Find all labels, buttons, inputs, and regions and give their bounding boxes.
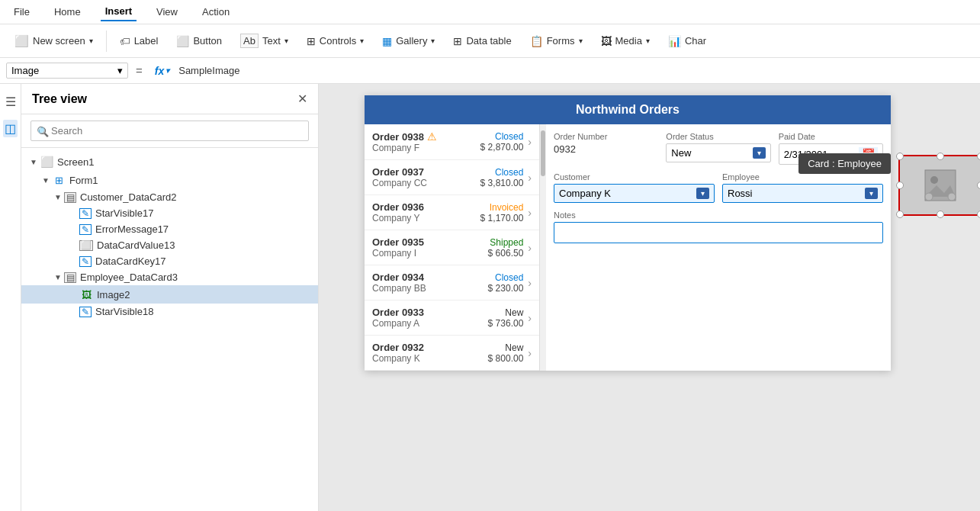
tree-search-area: 🔍: [21, 114, 318, 148]
employee-field: Employee Rossi ▾: [722, 172, 883, 203]
menu-insert[interactable]: Insert: [101, 2, 137, 21]
resize-handle-ml[interactable]: [896, 182, 904, 189]
new-screen-chevron-icon: ▾: [89, 37, 93, 45]
datacardkey17-label: DataCardKey17: [95, 256, 166, 267]
formula-input[interactable]: [178, 65, 974, 76]
scroll-thumb[interactable]: [541, 130, 545, 176]
order-amount-0936: $ 1,170.00: [480, 213, 524, 223]
forms-button[interactable]: 📋 Forms ▾: [522, 31, 591, 52]
resize-handle-mr[interactable]: [977, 182, 980, 189]
media-chevron-icon: ▾: [646, 37, 650, 45]
order-arrow-0938: ›: [528, 136, 532, 148]
chart-icon: 📊: [668, 35, 681, 47]
hamburger-icon[interactable]: ☰: [2, 92, 19, 112]
form1-icon: ⊞: [52, 173, 66, 187]
order-item-0938[interactable]: Order 0938 ⚠ Company F Closed $ 2,870.00…: [365, 124, 539, 160]
customer-dropdown[interactable]: Company K ▾: [554, 184, 715, 203]
formula-selector[interactable]: Image ▾: [6, 63, 128, 79]
tree-item-errormessage17[interactable]: ✎ ErrorMessage17: [21, 221, 318, 237]
tree-item-datacardvalue13[interactable]: ⬜ DataCardValue13: [21, 237, 318, 253]
menu-home[interactable]: Home: [50, 3, 85, 21]
chart-button[interactable]: 📊 Char: [660, 31, 715, 52]
order-item-0932[interactable]: Order 0932 Company K New $ 800.00 ›: [365, 336, 539, 371]
warning-icon-0938: ⚠: [427, 130, 437, 143]
layers-icon[interactable]: ◫: [3, 120, 18, 137]
tree-item-employee-datacard3[interactable]: ▼ ▤ Employee_DataCard3: [21, 269, 318, 285]
employee-datacard3-arrow-icon: ▼: [52, 273, 64, 281]
tree-item-screen1[interactable]: ▼ ⬜ Screen1: [21, 153, 318, 171]
order-arrow-0937: ›: [528, 172, 532, 184]
notes-label: Notes: [554, 211, 883, 220]
svg-point-3: [925, 193, 933, 201]
controls-button[interactable]: ⊞ Controls ▾: [298, 31, 372, 52]
employee-dropdown[interactable]: Rossi ▾: [722, 184, 883, 203]
order-status-0932: New: [488, 342, 524, 353]
order-item-0935[interactable]: Order 0935 Company I Shipped $ 606.50 ›: [365, 230, 539, 265]
tree-item-starvisible18[interactable]: ✎ StarVisible18: [21, 304, 318, 320]
resize-handle-tl[interactable]: [896, 153, 904, 160]
sidebar-toggle: ☰ ◫: [0, 84, 21, 511]
tree-item-image2[interactable]: 🖼 Image2: [21, 285, 318, 304]
card-tooltip: Card : Employee: [798, 153, 891, 174]
scrollbar[interactable]: [540, 124, 546, 371]
search-input[interactable]: [31, 121, 309, 141]
order-amount-0935: $ 606.50: [488, 248, 524, 259]
order-item-0934[interactable]: Order 0934 Company BB Closed $ 230.00 ›: [365, 265, 539, 300]
tree-item-datacardkey17[interactable]: ✎ DataCardKey17: [21, 253, 318, 269]
order-status-label: Order Status: [666, 132, 770, 141]
order-status-0933: New: [488, 307, 524, 318]
order-amount-0932: $ 800.00: [488, 353, 524, 364]
toolbar-divider-1: [106, 31, 107, 52]
order-status-dropdown[interactable]: New ▾: [666, 143, 770, 162]
datatable-button[interactable]: ⊞ Data table: [445, 31, 519, 52]
image-control[interactable]: [898, 155, 980, 216]
notes-input[interactable]: [554, 222, 883, 243]
canvas-area: Northwind Orders Order 0938 ⚠ Company F: [319, 84, 980, 511]
menu-action[interactable]: Action: [198, 3, 234, 21]
image-control-wrapper[interactable]: [898, 155, 980, 216]
text-icon: Ab: [240, 34, 259, 48]
tree-item-starvisible17[interactable]: ✎ StarVisible17: [21, 205, 318, 221]
paid-date-label: Paid Date: [779, 132, 883, 141]
customer-datacard2-label: Customer_DataCard2: [80, 191, 176, 203]
tree-item-form1[interactable]: ▼ ⊞ Form1: [21, 171, 318, 189]
resize-handle-bm[interactable]: [937, 211, 944, 218]
order-number-0936: Order 0936: [372, 201, 480, 213]
order-number-0937: Order 0937: [372, 166, 480, 178]
resize-handle-tm[interactable]: [937, 153, 944, 160]
menu-file[interactable]: File: [9, 3, 34, 21]
search-icon: 🔍: [37, 125, 49, 137]
tree-panel: Tree view ✕ 🔍 ▼ ⬜ Screen1 ▼ ⊞ Form1: [21, 84, 319, 511]
customer-datacard2-icon: ▤: [64, 192, 76, 203]
tree-item-customer-datacard2[interactable]: ▼ ▤ Customer_DataCard2: [21, 189, 318, 205]
order-number-0932: Order 0932: [372, 342, 488, 353]
formula-bar: Image ▾ = fx ▾ document.querySelector('.…: [0, 58, 980, 84]
customer-field: Customer Company K ▾: [554, 172, 715, 203]
label-button[interactable]: 🏷 Label: [111, 31, 167, 52]
order-item-0933[interactable]: Order 0933 Company A New $ 736.00 ›: [365, 300, 539, 336]
formula-selector-value: Image: [11, 65, 39, 76]
text-button[interactable]: Ab Text ▾: [232, 29, 297, 53]
media-button[interactable]: 🖼 Media ▾: [593, 31, 658, 52]
tree-close-button[interactable]: ✕: [297, 92, 307, 106]
order-amount-0937: $ 3,810.00: [480, 178, 524, 188]
order-item-0936[interactable]: Order 0936 Company Y Invoiced $ 1,170.00…: [365, 195, 539, 230]
formula-fx-button[interactable]: fx ▾: [150, 65, 174, 77]
button-button[interactable]: ⬜ Button: [168, 31, 230, 52]
order-status-0935: Shipped: [488, 237, 524, 248]
menu-view[interactable]: View: [152, 3, 182, 21]
order-item-0937[interactable]: Order 0937 Company CC Closed $ 3,810.00 …: [365, 160, 539, 195]
tree-content: ▼ ⬜ Screen1 ▼ ⊞ Form1 ▼ ▤ Customer_DataC…: [21, 148, 318, 511]
forms-icon: 📋: [530, 35, 543, 47]
gallery-chevron-icon: ▾: [431, 37, 435, 45]
formula-eq-symbol: =: [133, 64, 146, 77]
order-company-0936: Company Y: [372, 213, 480, 223]
gallery-button[interactable]: ▦ Gallery ▾: [374, 31, 443, 52]
app-header: Northwind Orders: [365, 95, 891, 124]
order-status-0934: Closed: [488, 272, 524, 283]
resize-handle-br[interactable]: [977, 211, 980, 218]
resize-handle-bl[interactable]: [896, 211, 904, 218]
resize-handle-tr[interactable]: [977, 153, 980, 160]
screen1-icon: ⬜: [40, 155, 53, 169]
new-screen-button[interactable]: ⬜ New screen ▾: [6, 30, 101, 53]
